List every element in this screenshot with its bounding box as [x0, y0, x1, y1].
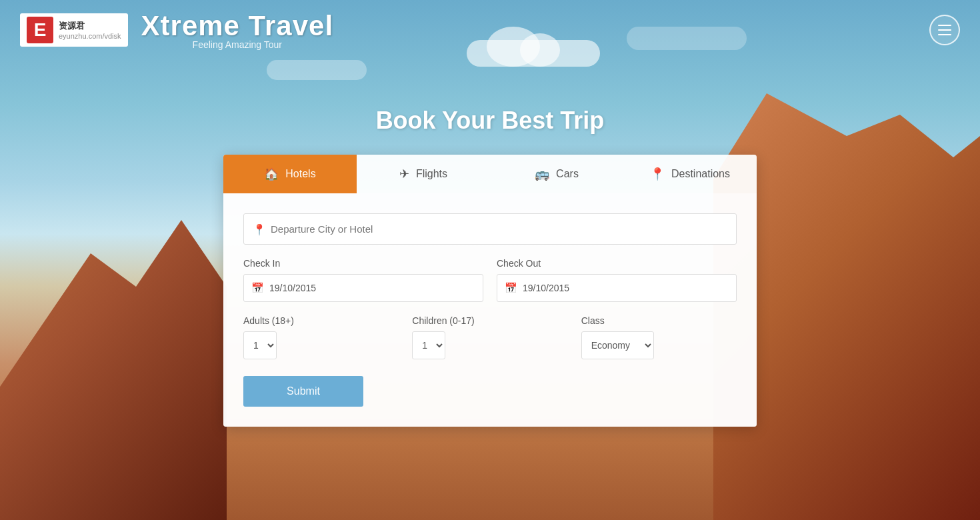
site-title: Xtreme Travel [141, 10, 334, 42]
flights-icon: ✈ [399, 167, 409, 181]
adults-select[interactable]: 1 2 3 4 5 [243, 331, 277, 359]
tab-cars[interactable]: 🚌 Cars [490, 155, 623, 193]
main-content: Book Your Best Trip 🏠 Hotels ✈ Flights 🚌… [223, 107, 757, 427]
tab-hotels[interactable]: 🏠 Hotels [223, 155, 357, 193]
selects-row: Adults (18+) 1 2 3 4 5 Children (0-17) 1… [243, 315, 737, 359]
adults-label: Adults (18+) [243, 315, 399, 326]
booking-panel: 🏠 Hotels ✈ Flights 🚌 Cars 📍 Destinations… [223, 155, 757, 427]
logo-text: 资源君 eyunzhu.com/vdisk [59, 20, 121, 40]
tab-flights[interactable]: ✈ Flights [357, 155, 490, 193]
submit-button[interactable]: Submit [243, 376, 363, 407]
page-heading: Book Your Best Trip [223, 107, 757, 135]
location-field-wrap: 📍 [243, 213, 737, 245]
checkin-field: Check In 📅 [243, 258, 483, 302]
location-input[interactable] [243, 213, 737, 245]
booking-form: 📍 Check In 📅 Check Out 📅 [223, 193, 757, 427]
checkin-input-wrap: 📅 [243, 274, 483, 302]
cloud-decoration-2 [267, 60, 367, 80]
cars-icon: 🚌 [535, 167, 549, 181]
class-field: Class Economy Business First Class [581, 315, 737, 359]
checkout-field: Check Out 📅 [497, 258, 737, 302]
checkin-label: Check In [243, 258, 483, 269]
tab-flights-label: Flights [416, 168, 447, 180]
menu-icon-line-3 [938, 34, 951, 35]
dates-row: Check In 📅 Check Out 📅 [243, 258, 737, 302]
logo-url: eyunzhu.com/vdisk [59, 32, 121, 40]
site-title-wrap: Xtreme Travel Feeling Amazing Tour [141, 10, 334, 50]
destinations-icon: 📍 [650, 167, 665, 181]
tab-destinations-label: Destinations [671, 168, 730, 180]
adults-field: Adults (18+) 1 2 3 4 5 [243, 315, 399, 359]
checkin-calendar-icon: 📅 [251, 282, 264, 294]
tab-destinations[interactable]: 📍 Destinations [623, 155, 757, 193]
logo: E 资源君 eyunzhu.com/vdisk [20, 13, 128, 47]
tabs-row: 🏠 Hotels ✈ Flights 🚌 Cars 📍 Destinations [223, 155, 757, 193]
children-label: Children (0-17) [412, 315, 567, 326]
class-label: Class [581, 315, 737, 326]
tab-cars-label: Cars [556, 168, 579, 180]
menu-icon-line-1 [938, 25, 951, 26]
checkin-input[interactable] [243, 274, 483, 302]
logo-chinese: 资源君 [59, 20, 121, 32]
logo-e-letter: E [27, 17, 53, 43]
checkout-calendar-icon: 📅 [505, 282, 517, 294]
checkout-label: Check Out [497, 258, 737, 269]
children-select[interactable]: 1 2 3 4 [412, 331, 445, 359]
checkout-input-wrap: 📅 [497, 274, 737, 302]
location-pin-icon: 📍 [253, 223, 266, 235]
menu-icon-line-2 [938, 29, 951, 31]
hotels-icon: 🏠 [264, 167, 279, 181]
header: E 资源君 eyunzhu.com/vdisk Xtreme Travel Fe… [0, 0, 980, 60]
tab-hotels-label: Hotels [285, 168, 315, 180]
children-field: Children (0-17) 1 2 3 4 [412, 315, 567, 359]
menu-button[interactable] [929, 15, 960, 45]
class-select[interactable]: Economy Business First Class [581, 331, 654, 359]
checkout-input[interactable] [497, 274, 737, 302]
